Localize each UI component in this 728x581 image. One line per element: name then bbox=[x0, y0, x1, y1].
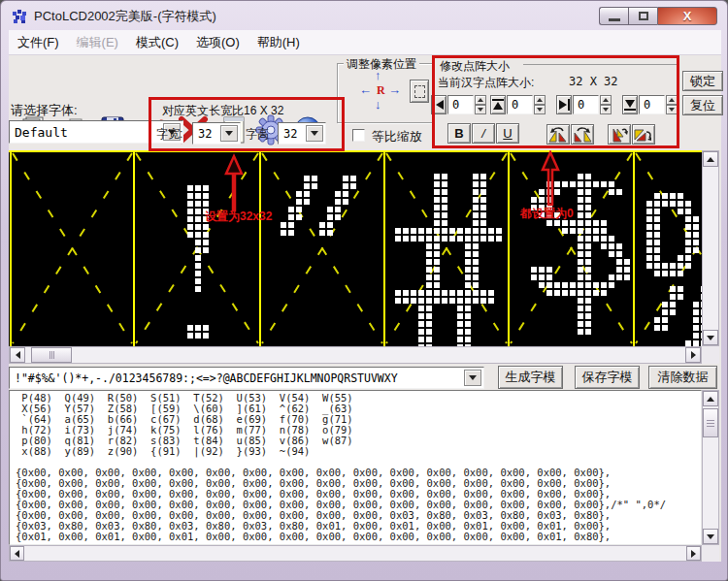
spin-up-icon bbox=[537, 98, 543, 102]
move-up-icon[interactable]: ↑ bbox=[375, 68, 381, 82]
clear-data-button[interactable]: 清除数据 bbox=[648, 366, 717, 389]
right-margin-spinner[interactable] bbox=[600, 95, 612, 114]
minimize-button[interactable] bbox=[599, 7, 628, 25]
scrollbar-thumb[interactable] bbox=[703, 408, 718, 437]
flip-vertical-icon bbox=[610, 127, 629, 143]
scroll-down-icon bbox=[707, 336, 714, 340]
scale-checkbox-label: 等比缩放 bbox=[372, 128, 422, 145]
size-annotation-arrow bbox=[226, 156, 242, 210]
charset-combo[interactable]: !"#$%&'()*+,-./0123456789:;<=>?@ABCDEFGH… bbox=[9, 367, 484, 389]
move-down-icon[interactable]: ↓ bbox=[375, 97, 381, 112]
generate-font-button[interactable]: 生成字模 bbox=[498, 366, 563, 389]
pixel-adjust-title: 调整像素位置 bbox=[344, 56, 419, 73]
bottom-margin-spinner[interactable] bbox=[666, 95, 678, 114]
rotate-right-icon bbox=[573, 127, 592, 143]
spin-down-icon bbox=[537, 108, 543, 112]
scroll-right-icon bbox=[691, 550, 696, 558]
chevron-down-icon bbox=[225, 131, 233, 136]
top-margin-field[interactable]: 0 bbox=[507, 95, 533, 114]
rotate-right-button[interactable] bbox=[571, 124, 594, 145]
char-width-combo[interactable]: 32 bbox=[192, 122, 241, 145]
font-select-label: 请选择字体: bbox=[11, 102, 78, 119]
center-frame-button[interactable] bbox=[410, 80, 429, 103]
maximize-icon bbox=[639, 12, 648, 20]
zero-annotation-arrow bbox=[543, 152, 558, 205]
spin-up-icon bbox=[603, 98, 609, 102]
chevron-down-icon bbox=[469, 375, 477, 380]
output-text: P(48) Q(49) R(50) S(51) T(52) U(53) V(54… bbox=[16, 393, 701, 542]
flip-horizontal-icon bbox=[634, 127, 653, 143]
close-icon: X bbox=[683, 9, 692, 23]
save-font-button[interactable]: 保存字模 bbox=[575, 366, 640, 389]
left-limit-icon bbox=[433, 99, 445, 111]
trim-right-button[interactable] bbox=[556, 95, 572, 114]
trim-bottom-button[interactable] bbox=[622, 95, 638, 114]
scroll-right-icon bbox=[691, 351, 696, 359]
menu-item-mode[interactable]: 模式(C) bbox=[127, 34, 187, 51]
scroll-up-icon bbox=[707, 397, 714, 402]
zero-annotation-label: 都设置为0 bbox=[520, 206, 574, 222]
flip-vertical-button[interactable] bbox=[608, 124, 631, 145]
ratio-text: 对应英文长宽比16 X 32 bbox=[162, 103, 283, 119]
trim-left-button[interactable] bbox=[431, 95, 447, 114]
chevron-down-icon bbox=[311, 131, 318, 136]
pixel-adjust-center[interactable]: R bbox=[377, 83, 385, 98]
scroll-up-icon bbox=[707, 157, 714, 162]
grid-horizontal-scrollbar[interactable] bbox=[9, 346, 702, 364]
dashed-frame-icon bbox=[414, 85, 425, 98]
grid-vertical-scrollbar[interactable] bbox=[702, 150, 719, 346]
rotate-left-button[interactable] bbox=[546, 124, 570, 145]
lock-button[interactable]: 锁定 bbox=[682, 71, 723, 91]
char-height-value: 32 bbox=[283, 127, 297, 141]
left-margin-spinner[interactable] bbox=[475, 95, 486, 114]
move-left-icon[interactable]: ← bbox=[359, 82, 372, 97]
reset-button[interactable]: 复位 bbox=[682, 95, 723, 115]
char-width-arrow-button[interactable] bbox=[220, 125, 238, 142]
output-textarea[interactable]: P(48) Q(49) R(50) S(51) T(52) U(53) V(54… bbox=[9, 390, 702, 545]
spin-up-icon bbox=[669, 98, 675, 102]
scale-checkbox[interactable] bbox=[352, 129, 365, 142]
left-margin-field[interactable]: 0 bbox=[447, 95, 474, 114]
flip-horizontal-button[interactable] bbox=[632, 124, 655, 145]
move-right-icon[interactable]: → bbox=[388, 82, 401, 97]
right-limit-icon bbox=[558, 99, 570, 111]
minimize-icon bbox=[609, 18, 620, 21]
bottom-margin-field[interactable]: 0 bbox=[639, 95, 665, 114]
right-margin-field[interactable]: 0 bbox=[573, 95, 599, 114]
annotation-arrows bbox=[9, 150, 702, 346]
size-annotation-label: 设置为32x32 bbox=[205, 209, 272, 225]
scroll-left-icon bbox=[15, 550, 19, 558]
top-margin-spinner[interactable] bbox=[534, 95, 546, 114]
underline-button[interactable]: U bbox=[496, 123, 519, 144]
char-height-combo[interactable]: 32 bbox=[278, 122, 326, 145]
scrollbar-thumb[interactable] bbox=[31, 347, 72, 363]
app-icon bbox=[13, 9, 28, 24]
output-horizontal-scrollbar[interactable] bbox=[9, 545, 702, 562]
scroll-left-icon bbox=[16, 351, 20, 359]
menu-item-help[interactable]: 帮助(H) bbox=[248, 34, 309, 51]
charset-combo-arrow-button[interactable] bbox=[464, 370, 481, 386]
title-bar[interactable]: PCtoLCD2002完美版-(字符模式) X bbox=[1, 1, 727, 30]
spin-down-icon bbox=[478, 108, 483, 112]
menu-item-options[interactable]: 选项(O) bbox=[187, 34, 248, 51]
output-vertical-scrollbar[interactable] bbox=[702, 390, 719, 545]
char-width-label: 字宽: bbox=[156, 126, 182, 143]
trim-top-button[interactable] bbox=[490, 95, 506, 114]
character-preview-grid[interactable]: 设置为32x32 都设置为0 bbox=[9, 150, 702, 346]
maximize-button[interactable] bbox=[628, 7, 657, 25]
menu-item-file[interactable]: 文件(F) bbox=[9, 34, 68, 51]
font-select-value: Default bbox=[15, 125, 68, 140]
spin-down-icon bbox=[669, 108, 675, 112]
bold-button[interactable]: B bbox=[447, 123, 471, 144]
menu-item-edit: 编辑(E) bbox=[68, 34, 127, 51]
spin-down-icon bbox=[603, 108, 609, 112]
charset-combo-value: !"#$%&'()*+,-./0123456789:;<=>?@ABCDEFGH… bbox=[15, 371, 459, 385]
bottom-limit-icon bbox=[624, 99, 636, 111]
close-button[interactable]: X bbox=[657, 7, 717, 25]
rotate-left-icon bbox=[548, 127, 568, 143]
char-height-label: 字高 bbox=[246, 126, 269, 143]
matrix-current-value: 32 X 32 bbox=[569, 75, 618, 88]
italic-button[interactable]: / bbox=[472, 123, 495, 144]
window-title: PCtoLCD2002完美版-(字符模式) bbox=[34, 8, 216, 25]
char-height-arrow-button[interactable] bbox=[306, 125, 323, 142]
